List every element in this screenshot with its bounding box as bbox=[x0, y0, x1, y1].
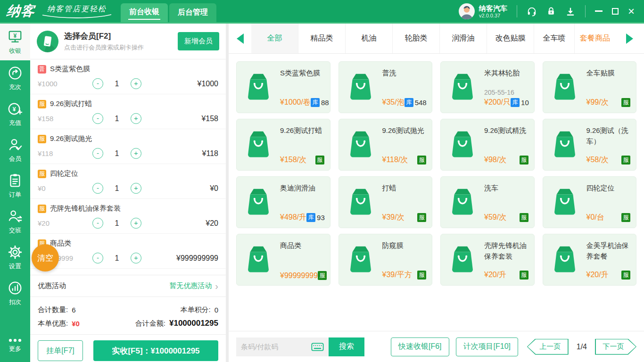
order-total-value: ¥1000001295 bbox=[169, 319, 218, 328]
product-card[interactable]: 奥迪润滑油 ¥498/升 库 93 bbox=[236, 176, 330, 228]
add-member-button[interactable]: 新增会员 bbox=[178, 32, 219, 50]
sidebar-item-more[interactable]: 更多 bbox=[0, 329, 30, 362]
cash-register-icon: ¥ bbox=[7, 29, 23, 45]
product-stock-count: 10 bbox=[521, 99, 529, 107]
main-nav-tabs: 前台收银 后台管理 bbox=[121, 3, 216, 22]
select-member-bar[interactable]: 选择会员[F2] 点击进行会员搜索或刷卡操作 新增会员 bbox=[30, 24, 226, 59]
cart-footer: 挂单[F7] 实收[F5]：¥1000001295 bbox=[30, 334, 226, 362]
product-card[interactable]: 9.26测试（洗车） ¥58/次 服 bbox=[543, 119, 637, 171]
increase-qty-button[interactable]: + bbox=[131, 113, 141, 124]
next-page-button[interactable]: 下一页 bbox=[595, 339, 636, 355]
hold-order-button[interactable]: 挂单[F7] bbox=[38, 340, 83, 361]
nav-tab[interactable]: 后台管理 bbox=[169, 3, 216, 22]
product-card[interactable]: S类蓝紫色膜 ¥1000/卷 库 88 bbox=[236, 61, 330, 113]
product-tag-badge: 服 bbox=[417, 271, 426, 280]
category-tab[interactable]: 轮胎类 bbox=[393, 24, 440, 53]
close-button[interactable]: × bbox=[628, 6, 635, 17]
product-card[interactable]: 9.26测试打蜡 ¥158/次 服 bbox=[236, 119, 330, 171]
product-price: ¥39/平方 bbox=[382, 270, 412, 280]
item-quantity: 1 bbox=[103, 149, 131, 158]
increase-qty-button[interactable]: + bbox=[131, 148, 141, 159]
item-quantity: 1 bbox=[103, 219, 131, 228]
quick-cashier-button[interactable]: 快速收银[F6] bbox=[391, 337, 449, 356]
product-name: 四轮定位 bbox=[586, 183, 631, 194]
customer-service-icon[interactable] bbox=[527, 6, 537, 16]
brand-logo: 纳客 bbox=[6, 2, 36, 21]
barcode-input[interactable] bbox=[241, 343, 311, 351]
product-card[interactable]: 金美孚机油保养套餐 ¥20/升 服 bbox=[543, 234, 637, 286]
decrease-qty-button[interactable]: - bbox=[92, 113, 103, 124]
product-card[interactable]: 9.26测试精洗 ¥98/次 服 bbox=[440, 119, 535, 171]
product-card[interactable]: 米其林轮胎 205-55-16 ¥200/只 库 10 bbox=[440, 61, 535, 113]
app-version: v2.0.0.37 bbox=[479, 13, 507, 18]
promo-link[interactable]: 暂无优惠活动 › bbox=[169, 281, 218, 291]
category-tab[interactable]: 润滑油 bbox=[440, 24, 487, 53]
product-card[interactable]: 商品类 ¥99999999 服 bbox=[236, 234, 330, 286]
increase-qty-button[interactable]: + bbox=[131, 253, 141, 263]
product-card[interactable]: 全车贴膜 ¥99/次 服 bbox=[543, 61, 637, 113]
deduct-times-icon bbox=[7, 280, 23, 296]
sidebar-item-recharge-times[interactable]: 充次 bbox=[0, 60, 30, 96]
checkout-button[interactable]: 实收[F5]：¥1000001295 bbox=[93, 340, 218, 361]
category-tab[interactable]: 全车喷 bbox=[534, 24, 575, 53]
keyboard-icon[interactable] bbox=[311, 343, 324, 351]
decrease-qty-button[interactable]: - bbox=[92, 253, 103, 263]
shopping-bag-icon bbox=[245, 245, 272, 275]
product-card[interactable]: 防窥膜 ¥39/平方 服 bbox=[339, 234, 433, 286]
sidebar-item-members[interactable]: 会员 bbox=[0, 132, 30, 168]
download-update-icon[interactable] bbox=[565, 6, 576, 16]
increase-qty-button[interactable]: + bbox=[131, 183, 141, 194]
sidebar-item-deduct-times[interactable]: 扣次 bbox=[0, 275, 30, 311]
increase-qty-button[interactable]: + bbox=[131, 78, 141, 89]
shopping-bag-icon bbox=[347, 72, 374, 102]
category-tab[interactable]: 套餐商品 bbox=[575, 24, 615, 53]
product-card[interactable]: 壳牌先锋机油保养套装 ¥20/升 服 bbox=[440, 234, 535, 286]
category-tab[interactable]: 改色贴膜 bbox=[487, 24, 534, 53]
sidebar-item-recharge-money[interactable]: ¥ 充值 bbox=[0, 96, 30, 132]
product-name: 壳牌先锋机油保养套装 bbox=[484, 240, 528, 262]
category-tab[interactable]: 精品类 bbox=[298, 24, 346, 53]
product-stock-count: 93 bbox=[317, 214, 325, 222]
more-dots-icon bbox=[8, 338, 23, 343]
slogan-underline-swoosh bbox=[41, 14, 112, 18]
lock-screen-icon[interactable] bbox=[546, 7, 556, 16]
sidebar-item-cashier[interactable]: ¥ 收银 bbox=[0, 24, 30, 60]
product-card[interactable]: 洗车 ¥59/次 服 bbox=[440, 176, 535, 228]
maximize-button[interactable] bbox=[612, 8, 619, 15]
product-card[interactable]: 四轮定位 ¥0/台 服 bbox=[543, 176, 637, 228]
item-name: 壳牌先锋机油保养套装 bbox=[50, 204, 121, 213]
count-item-button[interactable]: 计次项目[F10] bbox=[456, 337, 518, 356]
user-avatar[interactable] bbox=[459, 3, 475, 19]
sidebar-item-shift-change[interactable]: 交班 bbox=[0, 204, 30, 239]
product-price: ¥59/次 bbox=[484, 213, 506, 222]
prev-page-button[interactable]: 上一页 bbox=[527, 339, 569, 355]
minimize-button[interactable] bbox=[595, 10, 603, 12]
category-scroll-right-button[interactable] bbox=[615, 24, 644, 53]
nav-tab[interactable]: 前台收银 bbox=[121, 3, 168, 22]
sidebar-item-settings[interactable]: 设置 bbox=[0, 239, 30, 275]
shopping-bag-icon bbox=[245, 130, 272, 160]
increase-qty-button[interactable]: + bbox=[131, 218, 141, 229]
triangle-right-icon bbox=[626, 33, 633, 44]
product-card[interactable]: 9.26测试抛光 ¥118/次 服 bbox=[339, 119, 433, 171]
product-tag-badge: 服 bbox=[417, 156, 426, 165]
product-tag-badge: 服 bbox=[621, 98, 630, 107]
item-total-price: ¥0 bbox=[210, 184, 218, 193]
decrease-qty-button[interactable]: - bbox=[92, 183, 103, 194]
category-tab[interactable]: 机油 bbox=[346, 24, 393, 53]
product-card[interactable]: 普洗 ¥35/泡 库 548 bbox=[339, 61, 433, 113]
clear-cart-button[interactable]: 清空 bbox=[32, 244, 59, 272]
item-type-badge: 服 bbox=[38, 100, 46, 108]
search-button[interactable]: 搜索 bbox=[329, 337, 364, 356]
sidebar-item-orders[interactable]: 订单 bbox=[0, 168, 30, 204]
category-scroll-left-button[interactable] bbox=[229, 24, 251, 53]
decrease-qty-button[interactable]: - bbox=[92, 78, 103, 89]
product-card[interactable]: 打蜡 ¥39/次 服 bbox=[339, 176, 433, 228]
item-quantity: 1 bbox=[103, 115, 131, 123]
category-tab[interactable]: 全部 bbox=[251, 24, 298, 53]
decrease-qty-button[interactable]: - bbox=[92, 148, 103, 159]
item-quantity: 1 bbox=[103, 254, 131, 263]
account-texts: 纳客汽车 v2.0.0.37 bbox=[479, 4, 507, 18]
decrease-qty-button[interactable]: - bbox=[92, 218, 103, 229]
cart-item: 服 9.26测试抛光 ¥118 - 1 + ¥118 bbox=[30, 129, 226, 164]
